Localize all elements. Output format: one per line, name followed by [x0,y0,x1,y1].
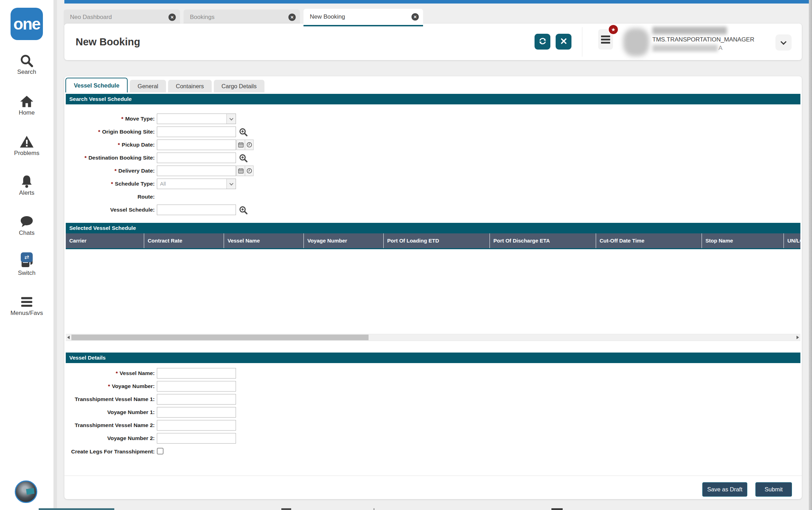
submit-button[interactable]: Submit [755,482,792,497]
required-marker: * [116,370,118,376]
section-vessel-details: Vessel Details [66,353,800,363]
sidebar-item-label: Problems [0,150,53,157]
column-header-voyage-number[interactable]: Voyage Number [303,233,383,248]
field-row-voyage-number-2: Voyage Number 2: [64,433,486,444]
booking-form-card: Vessel ScheduleGeneralContainersCargo De… [64,76,802,499]
create-legs-for-transshipment-checkbox[interactable] [157,448,164,454]
chat-icon [18,214,36,229]
calendar-icon[interactable] [236,140,245,150]
form-tab-general[interactable]: General [130,80,166,92]
required-marker: * [84,155,87,161]
user-info: TMS.TRANSPORTATION_MANAGER A [652,27,740,52]
field-row-schedule-type: *Schedule Type:All [64,179,486,189]
field-row-transshipment-vessel-name-1: Transshipment Vessel Name 1: [64,394,486,405]
user-org-suffix: A [718,45,722,52]
sidebar-item-chats[interactable]: Chats [0,214,53,237]
bell-icon [18,174,36,189]
workspace-tab-new-booking[interactable]: New Booking× [303,9,423,26]
refresh-button[interactable] [535,34,550,50]
lookup-zoom-icon[interactable] [238,127,248,137]
workspace-tab-neo-dashboard[interactable]: Neo Dashboard× [64,9,180,25]
switch-icon: ⇄ [18,254,36,269]
sidebar: one SearchHomeProblemsAlertsChats⇄Switch… [0,0,53,510]
sidebar-scrollbar[interactable] [53,0,57,510]
vessel-schedule-input[interactable] [157,205,236,215]
scrollbar-thumb[interactable] [71,335,369,340]
clipped-bottom-content [39,508,114,510]
scroll-left-arrow[interactable] [67,336,70,339]
delivery-date-input[interactable] [157,166,236,176]
refresh-icon [538,37,547,47]
sidebar-item-label: Home [0,109,53,116]
sidebar-item-home[interactable]: Home [0,94,53,116]
field-label: Voyage Number 2: [64,433,155,444]
column-header-port-of-discharge-eta[interactable]: Port Of Discharge ETA [490,233,596,248]
column-header-vessel-name[interactable]: Vessel Name [224,233,303,248]
tab-close-icon[interactable]: × [288,14,296,21]
home-icon [18,94,36,109]
column-header-stop-name[interactable]: Stop Name [702,233,784,248]
form-tab-containers[interactable]: Containers [168,80,212,92]
field-label: *Vessel Name: [64,368,155,379]
header-divider [582,27,582,57]
lookup-zoom-icon[interactable] [238,153,248,163]
tab-label: Bookings [190,14,215,20]
destination-booking-site-input[interactable] [157,153,236,163]
sidebar-item-switch[interactable]: ⇄Switch [0,254,53,277]
field-label: Create Legs For Transshipment: [64,446,155,457]
save-as-draft-button[interactable]: Save as Draft [702,482,747,497]
column-header-un-loc[interactable]: UN/LOC [784,233,800,248]
page-title: New Booking [76,24,140,60]
column-header-carrier[interactable]: Carrier [66,233,144,248]
form-tab-cargo-details[interactable]: Cargo Details [214,80,264,92]
user-org-redacted [652,45,718,52]
sidebar-item-search[interactable]: Search [0,53,53,76]
required-marker: * [111,181,113,187]
field-row-voyage-number: *Voyage Number: [64,381,486,392]
workspace-tab-bookings[interactable]: Bookings× [184,9,300,25]
field-label: *Origin Booking Site: [64,127,155,137]
sidebar-item-problems[interactable]: Problems [0,135,53,157]
form-tab-vessel-schedule[interactable]: Vessel Schedule [65,78,128,92]
origin-booking-site-input[interactable] [157,127,236,137]
voyage-number-1-input[interactable] [157,407,236,418]
schedule-type-select[interactable]: All [157,179,236,189]
chevron-down-icon [781,39,787,45]
clipped-bottom-content [551,508,563,510]
sidebar-item-menus[interactable]: Menus/Favs [0,295,53,317]
move-type-select[interactable] [157,114,236,124]
select-arrow[interactable] [226,179,236,189]
voyage-number-input[interactable] [157,381,236,392]
field-row-vessel-name: *Vessel Name: [64,368,486,379]
vertical-scrollbar[interactable] [809,0,812,510]
calendar-icon[interactable] [236,166,245,176]
clock-icon[interactable] [245,140,254,150]
tab-close-icon[interactable]: × [411,13,419,21]
column-header-cut-off-date-time[interactable]: Cut-Off Date Time [596,233,702,248]
column-header-port-of-loading-etd[interactable]: Port Of Loading ETD [383,233,490,248]
close-screen-button[interactable] [556,34,571,50]
sidebar-item-label: Menus/Favs [0,310,53,317]
lookup-zoom-icon[interactable] [238,205,248,215]
table-header-underline [66,248,800,249]
search-icon [18,53,36,68]
sidebar-item-label: Switch [0,270,53,277]
section-search-vessel-schedule: Search Vessel Schedule [66,94,800,104]
transshipment-vessel-name-1-input[interactable] [157,394,236,405]
select-arrow[interactable] [226,114,236,124]
support-avatar[interactable] [15,480,37,503]
tab-close-icon[interactable]: × [168,14,176,21]
field-row-origin-booking-site: *Origin Booking Site: [64,127,486,137]
transshipment-vessel-name-2-input[interactable] [157,420,236,431]
sidebar-item-alerts[interactable]: Alerts [0,174,53,196]
scroll-right-arrow[interactable] [797,336,799,339]
vessel-name-input[interactable] [157,368,236,379]
pickup-date-input[interactable] [157,140,236,150]
clock-icon[interactable] [245,166,254,176]
user-menu-button[interactable] [775,34,792,51]
column-header-contract-rate[interactable]: Contract Rate [144,233,224,248]
table-horizontal-scrollbar[interactable] [66,334,800,341]
required-marker: * [98,129,100,135]
required-marker: * [121,116,123,122]
voyage-number-2-input[interactable] [157,433,236,444]
